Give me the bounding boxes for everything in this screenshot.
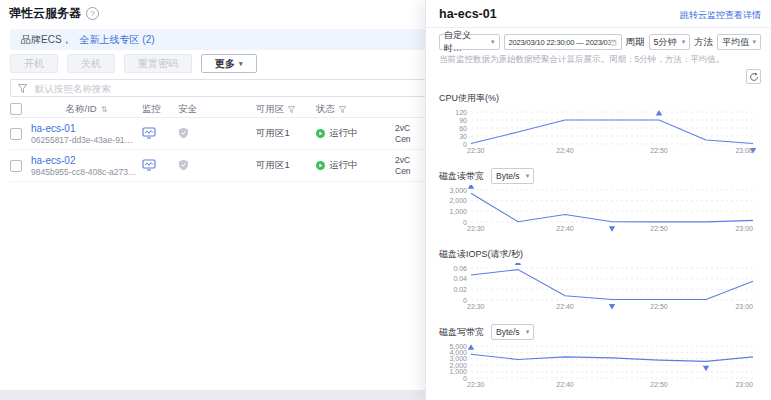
refresh-icon <box>749 72 759 82</box>
svg-text:22:30: 22:30 <box>467 381 485 388</box>
security-shield-icon[interactable] <box>178 127 189 139</box>
power-off-button[interactable]: 关机 <box>67 54 115 73</box>
power-on-button[interactable]: 开机 <box>10 54 58 73</box>
drawer-title: ha-ecs-01 <box>439 7 497 21</box>
az-value: 可用区1 <box>256 127 290 140</box>
calendar-icon <box>610 38 616 47</box>
column-header-status[interactable]: 状态 <box>316 103 395 116</box>
view-more-metrics-link[interactable]: 跳转云监控查看详情 <box>680 9 761 22</box>
column-header-status-label: 状态 <box>316 103 335 116</box>
column-header-az-label: 可用区 <box>256 103 285 116</box>
column-header-monitor-label: 监控 <box>142 103 161 114</box>
svg-text:23:00: 23:00 <box>735 225 753 232</box>
chevron-down-icon: ▾ <box>239 60 243 68</box>
chart-block: CPU使用率(%)030609012022:3022:4022:5023:00 <box>439 90 758 161</box>
status-running-icon <box>316 129 325 138</box>
chart-unit-select[interactable]: Byte/s▾ <box>491 168 534 184</box>
status-running-icon <box>316 161 325 170</box>
chevron-down-icon: ▾ <box>682 38 686 46</box>
method-select-value: 平均值 <box>722 36 749 49</box>
column-header-name-label: 名称/ID <box>66 103 97 116</box>
filter-funnel-icon <box>18 84 27 93</box>
svg-text:90: 90 <box>459 117 467 124</box>
svg-text:22:50: 22:50 <box>650 381 668 388</box>
column-header-az[interactable]: 可用区 <box>256 103 316 116</box>
svg-text:22:40: 22:40 <box>556 303 574 310</box>
svg-text:22:40: 22:40 <box>556 225 574 232</box>
svg-text:120: 120 <box>455 109 467 116</box>
monitor-icon[interactable] <box>142 159 156 171</box>
action-toolbar: 开机 关机 重置密码 更多 ▾ <box>10 54 257 73</box>
banner-text: 品牌ECS， <box>21 33 72 47</box>
status-badge: 运行中 <box>329 159 358 172</box>
filter-funnel-icon[interactable] <box>339 106 346 113</box>
chart-canvas: 00.020.040.0622:3022:4022:5023:00 <box>439 263 759 313</box>
select-all-checkbox[interactable] <box>10 103 22 115</box>
svg-text:4,000: 4,000 <box>449 349 467 356</box>
svg-text:60: 60 <box>459 125 467 132</box>
period-select[interactable]: 5分钟 ▾ <box>649 34 691 50</box>
time-range-select-value: 自定义时… <box>444 29 488 55</box>
column-header-security-label: 安全 <box>178 103 197 114</box>
monitor-controls: 自定义时… ▾ 2023/03/10 22:30:00 — 2023/03/10… <box>426 28 771 50</box>
instance-name-link[interactable]: ha-ecs-02 <box>31 155 142 166</box>
more-button[interactable]: 更多 ▾ <box>201 54 257 73</box>
chevron-down-icon: ▾ <box>752 38 756 46</box>
page-title-row: 弹性云服务器 ? <box>9 5 99 22</box>
column-header-name[interactable]: 名称/ID ⇅ <box>31 103 142 116</box>
filter-funnel-icon[interactable] <box>288 106 295 113</box>
instance-name-link[interactable]: ha-ecs-01 <box>31 123 142 134</box>
sort-icon[interactable]: ⇅ <box>101 105 108 114</box>
svg-text:22:40: 22:40 <box>556 381 574 388</box>
az-value: 可用区1 <box>256 159 290 172</box>
svg-text:0.02: 0.02 <box>453 286 467 293</box>
chart-unit-value: Byte/s <box>496 327 520 337</box>
svg-text:5,000: 5,000 <box>449 343 467 350</box>
chart-title: CPU使用率(%) <box>439 92 499 105</box>
svg-text:22:40: 22:40 <box>556 147 574 154</box>
banner-link[interactable]: 全新上线专区 (2) <box>80 33 155 47</box>
period-select-value: 5分钟 <box>654 36 677 49</box>
drawer-header: ha-ecs-01 跳转云监控查看详情 <box>426 0 771 28</box>
time-range-select[interactable]: 自定义时… ▾ <box>439 34 500 50</box>
help-icon[interactable]: ? <box>86 7 99 20</box>
svg-text:0.04: 0.04 <box>453 275 467 282</box>
row-checkbox[interactable] <box>10 128 22 140</box>
chart-unit-select[interactable]: Byte/s▾ <box>491 324 534 340</box>
chart-title: 磁盘读带宽 <box>439 170 484 183</box>
row-checkbox[interactable] <box>10 160 22 172</box>
chart-canvas: 01,0002,0003,0004,0005,00022:3022:4022:5… <box>439 341 759 391</box>
datetime-range-value: 2023/03/10 22:30:00 — 2023/03/10 23:00:0… <box>509 38 611 47</box>
refresh-row <box>426 66 771 84</box>
svg-text:23:00: 23:00 <box>735 381 753 388</box>
svg-text:22:30: 22:30 <box>467 225 485 232</box>
monitoring-drawer: ha-ecs-01 跳转云监控查看详情 自定义时… ▾ 2023/03/10 2… <box>425 0 771 400</box>
svg-text:2,000: 2,000 <box>449 362 467 369</box>
svg-text:1,000: 1,000 <box>449 368 467 375</box>
column-header-monitor: 监控 <box>142 103 178 116</box>
chart-unit-value: Byte/s <box>496 171 520 181</box>
svg-text:3,000: 3,000 <box>449 355 467 362</box>
security-shield-icon[interactable] <box>178 159 189 171</box>
svg-text:1,000: 1,000 <box>449 208 467 215</box>
charts: CPU使用率(%)030609012022:3022:4022:5023:00磁… <box>426 84 771 400</box>
status-badge: 运行中 <box>329 127 358 140</box>
page-title: 弹性云服务器 <box>9 5 81 22</box>
chart-canvas: 030609012022:3022:4022:5023:00 <box>439 107 759 157</box>
svg-text:3,000: 3,000 <box>449 187 467 194</box>
instance-id: 9845b955-cc8-408c-a273-bd7a1476f85d <box>31 167 137 177</box>
svg-text:2,000: 2,000 <box>449 197 467 204</box>
chevron-down-icon: ▾ <box>526 328 530 336</box>
chart-block: 磁盘读带宽Byte/s▾01,0002,0003,00022:3022:4022… <box>439 168 758 239</box>
datetime-range-input[interactable]: 2023/03/10 22:30:00 — 2023/03/10 23:00:0… <box>504 34 622 50</box>
reset-password-button[interactable]: 重置密码 <box>124 54 192 73</box>
svg-text:0.06: 0.06 <box>453 265 467 272</box>
svg-text:22:50: 22:50 <box>650 147 668 154</box>
svg-text:23:00: 23:00 <box>735 147 753 154</box>
svg-text:30: 30 <box>459 133 467 140</box>
chart-block: 磁盘写带宽Byte/s▾01,0002,0003,0004,0005,00022… <box>439 324 758 395</box>
refresh-button[interactable] <box>746 69 761 84</box>
monitor-icon[interactable] <box>142 127 156 139</box>
method-select[interactable]: 平均值 ▾ <box>717 34 761 50</box>
chart-title: 磁盘写带宽 <box>439 326 484 339</box>
